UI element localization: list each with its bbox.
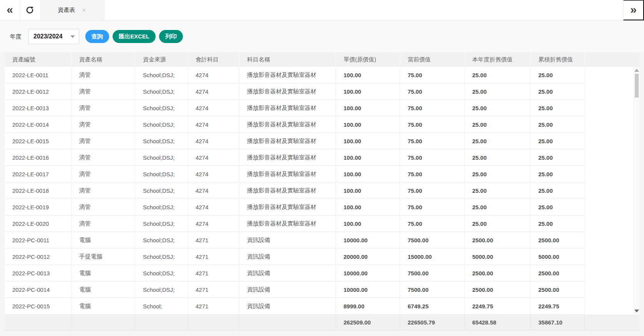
cell-year-depreciation: 25.00 [465, 83, 531, 100]
cell-fund-source: School;DSJ; [135, 232, 188, 248]
cell-unit-price: 10000.00 [336, 265, 400, 281]
cell-year-depreciation: 25.00 [465, 67, 531, 83]
cell-fund-source: School;DSJ; [135, 116, 188, 133]
cell-subject-name: 播放影音器材及實驗室器材 [239, 166, 336, 182]
cell-accum-depreciation: 25.00 [531, 182, 584, 199]
header-filler [584, 52, 639, 67]
cell-unit-price: 10000.00 [336, 281, 400, 298]
cell-asset-name: 滴管 [71, 133, 135, 149]
vertical-scrollbar[interactable] [634, 67, 639, 314]
cell-unit-price: 8999.00 [336, 298, 400, 314]
cell-account-code: 4274 [188, 133, 239, 149]
totals-empty-cell [5, 314, 71, 330]
cell-asset-id: 2022-LE-0020 [5, 215, 71, 232]
cell-subject-name: 播放影音器材及實驗室器材 [239, 215, 336, 232]
scrollbar-thumb[interactable] [635, 74, 639, 98]
cell-account-code: 4271 [188, 265, 239, 281]
cell-asset-id: 2022-LE-0014 [5, 116, 71, 133]
cell-filler [584, 281, 639, 298]
cell-current-value: 75.00 [400, 133, 465, 149]
cell-accum-depreciation: 2249.75 [531, 298, 584, 314]
cell-unit-price: 100.00 [336, 116, 400, 133]
cell-asset-id: 2022-LE-0015 [5, 133, 71, 149]
cell-asset-id: 2022-LE-0018 [5, 182, 71, 199]
cell-unit-price: 100.00 [336, 166, 400, 182]
scrollbar-up-icon[interactable] [634, 69, 639, 72]
export-excel-button[interactable]: 匯出EXCEL [113, 30, 156, 43]
cell-filler [584, 149, 639, 166]
cell-year-depreciation: 25.00 [465, 215, 531, 232]
scrollbar-down-icon[interactable] [634, 310, 639, 312]
header-fund-source: 資金來源 [135, 52, 188, 67]
cell-asset-id: 2022-PC-0012 [5, 248, 71, 265]
print-button[interactable]: 列印 [159, 30, 183, 43]
cell-current-value: 75.00 [400, 83, 465, 100]
table-totals-row: 262509.00 226505.79 65428.58 35867.10 [5, 314, 639, 331]
cell-accum-depreciation: 25.00 [531, 215, 584, 232]
cell-fund-source: School;DSJ; [135, 67, 188, 83]
header-subject-name: 科目名稱 [239, 52, 336, 67]
cell-fund-source: School;DSJ; [135, 281, 188, 298]
cell-year-depreciation: 25.00 [465, 133, 531, 149]
cell-filler [584, 83, 639, 100]
cell-current-value: 75.00 [400, 182, 465, 199]
cell-accum-depreciation: 25.00 [531, 133, 584, 149]
year-label: 年度 [10, 33, 22, 40]
cell-account-code: 4271 [188, 232, 239, 248]
cell-subject-name: 資訊設備 [239, 248, 336, 265]
table-row: 2022-LE-0013 滴管 School;DSJ; 4274 播放影音器材及… [5, 100, 639, 116]
cell-account-code: 4274 [188, 182, 239, 199]
table-row: 2022-LE-0014 滴管 School;DSJ; 4274 播放影音器材及… [5, 116, 639, 133]
cell-account-code: 4274 [188, 149, 239, 166]
cell-subject-name: 播放影音器材及實驗室器材 [239, 199, 336, 215]
header-current-value: 當前價值 [400, 52, 465, 67]
cell-subject-name: 資訊設備 [239, 298, 336, 314]
cell-subject-name: 資訊設備 [239, 232, 336, 248]
cell-asset-name: 手提電腦 [71, 248, 135, 265]
cell-current-value: 75.00 [400, 166, 465, 182]
cell-subject-name: 播放影音器材及實驗室器材 [239, 116, 336, 133]
table-row: 2022-PC-0014 電腦 School;DSJ; 4271 資訊設備 10… [5, 281, 639, 298]
cell-account-code: 4274 [188, 215, 239, 232]
tab-close-icon[interactable]: ✕ [82, 7, 86, 13]
search-button[interactable]: 查詢 [85, 30, 109, 43]
table-row: 2022-LE-0017 滴管 School;DSJ; 4274 播放影音器材及… [5, 166, 639, 182]
cell-asset-id: 2022-PC-0014 [5, 281, 71, 298]
cell-account-code: 4271 [188, 298, 239, 314]
asset-table: 資產編號 資產名稱 資金來源 會計科目 科目名稱 單價(原價值) 當前價值 本年… [5, 52, 639, 331]
cell-asset-id: 2022-PC-0013 [5, 265, 71, 281]
cell-current-value: 7500.00 [400, 232, 465, 248]
table-row: 2022-LE-0020 滴管 School;DSJ; 4274 播放影音器材及… [5, 215, 639, 232]
totals-empty-cell [239, 314, 336, 330]
topbar-spacer [105, 0, 623, 20]
cell-year-depreciation: 25.00 [465, 149, 531, 166]
cell-fund-source: School;DSJ; [135, 182, 188, 199]
cell-asset-id: 2022-LE-0019 [5, 199, 71, 215]
cell-account-code: 4274 [188, 83, 239, 100]
collapse-sidebar-button[interactable]: « [0, 0, 20, 20]
cell-unit-price: 100.00 [336, 100, 400, 116]
header-year-depreciation: 本年度折舊價值 [465, 52, 531, 67]
expand-right-button[interactable]: » [623, 0, 644, 20]
cell-subject-name: 資訊設備 [239, 281, 336, 298]
cell-unit-price: 100.00 [336, 149, 400, 166]
table-row: 2022-LE-0012 滴管 School;DSJ; 4274 播放影音器材及… [5, 83, 639, 100]
cell-accum-depreciation: 25.00 [531, 67, 584, 83]
cell-asset-id: 2022-LE-0017 [5, 166, 71, 182]
refresh-button[interactable] [20, 0, 40, 20]
cell-filler [584, 265, 639, 281]
year-select[interactable]: 2023/2024 [28, 29, 79, 44]
cell-fund-source: School;DSJ; [135, 149, 188, 166]
tab-asset-report[interactable]: 資產表 ✕ [40, 0, 105, 20]
cell-asset-name: 滴管 [71, 149, 135, 166]
cell-current-value: 75.00 [400, 116, 465, 133]
cell-accum-depreciation: 5000.00 [531, 248, 584, 265]
cell-account-code: 4274 [188, 116, 239, 133]
cell-year-depreciation: 2500.00 [465, 232, 531, 248]
cell-asset-id: 2022-LE-0016 [5, 149, 71, 166]
refresh-icon [25, 6, 35, 15]
cell-current-value: 7500.00 [400, 265, 465, 281]
double-chevron-right-icon: » [630, 4, 637, 17]
cell-accum-depreciation: 25.00 [531, 166, 584, 182]
totals-empty-cell [71, 314, 135, 330]
